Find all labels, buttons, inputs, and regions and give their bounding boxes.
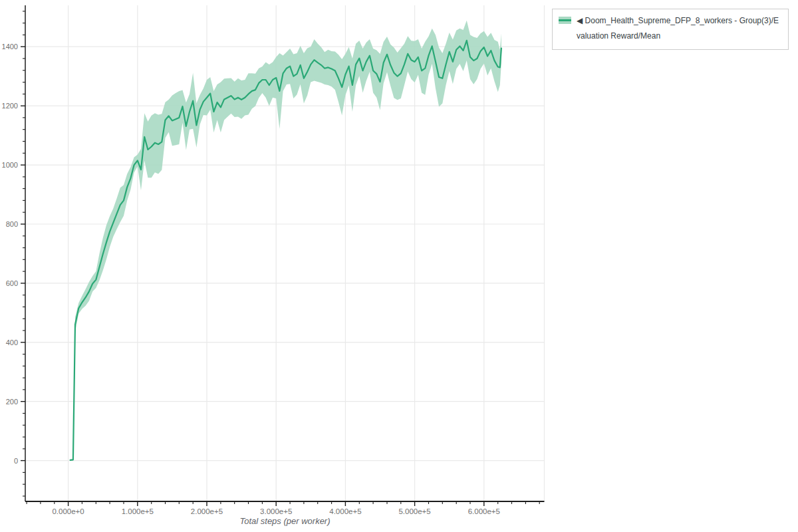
stddev-band bbox=[70, 21, 501, 461]
y-tick-label: 200 bbox=[6, 398, 18, 406]
y-tick-label: 1000 bbox=[2, 161, 18, 169]
y-tick-label: 1200 bbox=[2, 102, 18, 110]
legend-item-reward-mean[interactable]: ◀ Doom_Health_Supreme_DFP_8_workers - Gr… bbox=[559, 13, 782, 44]
series-swatch-icon bbox=[559, 17, 571, 24]
y-tick-labels: 0200400600800100012001400 bbox=[2, 43, 18, 464]
mean-line-path bbox=[70, 41, 501, 460]
collapse-triangle-icon[interactable]: ◀ bbox=[577, 16, 583, 25]
reward-chart-canvas: 0.000e+01.000e+52.000e+53.000e+54.000e+5… bbox=[0, 0, 798, 532]
stddev-band-area bbox=[70, 21, 501, 461]
chart-page: 0.000e+01.000e+52.000e+53.000e+54.000e+5… bbox=[0, 0, 798, 532]
y-tick-label: 1400 bbox=[2, 43, 18, 51]
y-tick-label: 0 bbox=[14, 457, 18, 465]
x-tick-label: 3.000e+5 bbox=[260, 507, 292, 515]
y-tick-label: 600 bbox=[6, 279, 18, 287]
x-tick-label: 0.000e+0 bbox=[52, 507, 84, 515]
x-tick-label: 5.000e+5 bbox=[398, 507, 430, 515]
series-line-icon bbox=[559, 19, 571, 21]
y-tick-label: 400 bbox=[6, 338, 18, 346]
x-tick-label: 4.000e+5 bbox=[329, 507, 361, 515]
x-tick-label: 2.000e+5 bbox=[191, 507, 223, 515]
x-tick-labels: 0.000e+01.000e+52.000e+53.000e+54.000e+5… bbox=[52, 507, 499, 515]
legend-label: ◀ Doom_Health_Supreme_DFP_8_workers - Gr… bbox=[577, 13, 782, 44]
series-name: Doom_Health_Supreme_DFP_8_workers - Grou… bbox=[577, 16, 779, 41]
y-tick-label: 800 bbox=[6, 220, 18, 228]
x-tick-label: 1.000e+5 bbox=[122, 507, 154, 515]
mean-line bbox=[70, 41, 501, 460]
x-axis-title: Total steps (per worker) bbox=[25, 516, 545, 526]
legend-box: ◀ Doom_Health_Supreme_DFP_8_workers - Gr… bbox=[552, 9, 789, 50]
x-tick-label: 6.000e+5 bbox=[468, 507, 500, 515]
